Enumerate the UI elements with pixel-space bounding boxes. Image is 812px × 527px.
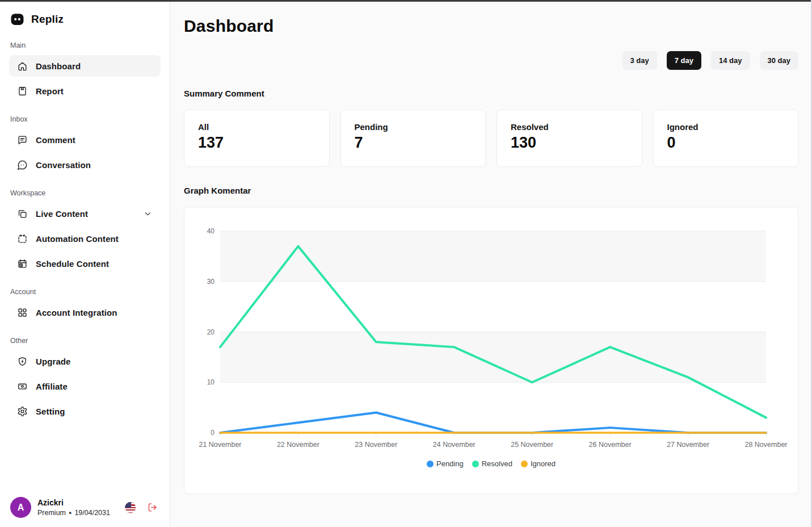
sidebar-item-label: Setting bbox=[36, 407, 65, 416]
user-profile[interactable]: A Azickri Premium • 19/04/2031 bbox=[9, 497, 161, 518]
app-window: Repliz MainDashboardReportInboxCommentCo… bbox=[0, 2, 812, 527]
sidebar-item-label: Schedule Content bbox=[36, 259, 109, 269]
sidebar-section-label-workspace: Workspace bbox=[10, 189, 161, 197]
svg-text:26 November: 26 November bbox=[588, 441, 631, 449]
legend-label: Ignored bbox=[531, 459, 556, 468]
summary-card-pending: Pending7 bbox=[340, 110, 486, 167]
legend-item-ignored[interactable]: Ignored bbox=[521, 459, 556, 468]
svg-text:25 November: 25 November bbox=[511, 441, 553, 449]
sidebar-item-report[interactable]: Report bbox=[9, 80, 161, 102]
svg-text:27 November: 27 November bbox=[667, 441, 709, 449]
logout-icon[interactable] bbox=[148, 503, 157, 512]
svg-text:22 November: 22 November bbox=[276, 441, 319, 449]
card-label: All bbox=[198, 122, 315, 132]
chart-legend: PendingResolvedIgnored bbox=[190, 459, 792, 468]
svg-text:0: 0 bbox=[211, 429, 214, 437]
range-filter-group: 3 day7 day14 day30 day bbox=[184, 51, 798, 70]
setting-icon bbox=[17, 406, 28, 417]
chart-card: 01020304021 November22 November23 Novemb… bbox=[184, 207, 798, 494]
sidebar-section-label-inbox: Inbox bbox=[10, 115, 161, 123]
brand: Repliz bbox=[9, 12, 161, 26]
summary-card-all: All137 bbox=[184, 110, 330, 167]
card-label: Pending bbox=[355, 122, 472, 132]
card-value: 130 bbox=[511, 134, 628, 152]
sidebar-item-live-content[interactable]: Live Content bbox=[9, 203, 161, 224]
range-filter-7-day[interactable]: 7 day bbox=[667, 51, 701, 70]
sidebar-item-automation-content[interactable]: Automation Content bbox=[9, 228, 161, 249]
range-filter-30-day[interactable]: 30 day bbox=[760, 51, 798, 70]
sidebar-nav: MainDashboardReportInboxCommentConversat… bbox=[9, 26, 161, 497]
main-content: Dashboard 3 day7 day14 day30 day Summary… bbox=[170, 2, 812, 527]
legend-label: Pending bbox=[436, 459, 464, 468]
card-value: 7 bbox=[355, 134, 472, 152]
user-meta: Azickri Premium • 19/04/2031 bbox=[37, 498, 125, 517]
sidebar-item-label: Automation Content bbox=[36, 234, 119, 244]
svg-text:28 November: 28 November bbox=[744, 441, 787, 449]
account-integration-icon bbox=[17, 307, 28, 318]
sidebar-item-affiliate[interactable]: Affiliate bbox=[9, 375, 161, 397]
sidebar-item-account-integration[interactable]: Account Integration bbox=[9, 302, 161, 323]
sidebar-item-setting[interactable]: Setting bbox=[9, 400, 161, 422]
svg-text:30: 30 bbox=[207, 278, 214, 286]
brand-name: Repliz bbox=[31, 13, 64, 26]
report-icon bbox=[17, 86, 28, 97]
home-icon bbox=[17, 61, 28, 72]
legend-item-pending[interactable]: Pending bbox=[427, 459, 464, 468]
summary-card-ignored: Ignored0 bbox=[653, 110, 799, 167]
svg-text:23 November: 23 November bbox=[355, 441, 397, 449]
comment-icon bbox=[17, 135, 28, 145]
schedule-content-icon bbox=[17, 258, 28, 269]
conversation-icon bbox=[17, 160, 28, 170]
legend-marker-ignored bbox=[521, 461, 528, 467]
sidebar-item-label: Report bbox=[36, 86, 64, 96]
summary-card-resolved: Resolved130 bbox=[497, 110, 642, 167]
card-label: Resolved bbox=[511, 122, 628, 132]
sidebar-item-dashboard[interactable]: Dashboard bbox=[9, 55, 161, 77]
legend-item-resolved[interactable]: Resolved bbox=[472, 459, 512, 468]
sidebar-item-conversation[interactable]: Conversation bbox=[9, 154, 161, 175]
card-value: 137 bbox=[198, 134, 315, 152]
range-filter-3-day[interactable]: 3 day bbox=[622, 51, 657, 70]
sidebar-item-label: Comment bbox=[36, 135, 75, 145]
legend-label: Resolved bbox=[482, 459, 512, 468]
user-name: Azickri bbox=[37, 498, 125, 507]
svg-text:10: 10 bbox=[207, 378, 214, 386]
chevron-down-icon[interactable] bbox=[143, 209, 153, 219]
live-content-icon bbox=[17, 208, 28, 219]
sidebar-item-schedule-content[interactable]: Schedule Content bbox=[9, 253, 161, 274]
sidebar-item-label: Affiliate bbox=[36, 382, 68, 391]
avatar: A bbox=[10, 497, 31, 518]
sidebar-item-comment[interactable]: Comment bbox=[9, 129, 161, 150]
affiliate-icon bbox=[17, 381, 28, 392]
card-value: 0 bbox=[667, 134, 785, 152]
automation-content-icon bbox=[17, 233, 28, 244]
summary-section-title: Summary Comment bbox=[184, 89, 798, 98]
card-label: Ignored bbox=[667, 122, 785, 132]
sidebar-section-label-other: Other bbox=[10, 337, 161, 345]
user-plan-expiry: Premium • 19/04/2031 bbox=[37, 509, 125, 517]
sidebar-section-label-main: Main bbox=[10, 41, 161, 49]
upgrade-icon bbox=[17, 356, 28, 367]
svg-text:20: 20 bbox=[207, 328, 214, 336]
sidebar-item-label: Upgrade bbox=[36, 357, 71, 366]
page-title: Dashboard bbox=[184, 16, 798, 36]
separator-dot: • bbox=[69, 509, 71, 517]
svg-text:40: 40 bbox=[207, 227, 214, 235]
sidebar-item-label: Account Integration bbox=[36, 308, 117, 317]
sidebar-item-label: Dashboard bbox=[36, 61, 81, 71]
legend-marker-pending bbox=[427, 461, 434, 467]
sidebar-section-label-account: Account bbox=[10, 288, 161, 296]
legend-marker-resolved bbox=[472, 461, 479, 467]
sidebar-item-label: Live Content bbox=[36, 209, 88, 219]
user-expiry-date: 19/04/2031 bbox=[74, 509, 110, 517]
repliz-logo-icon bbox=[10, 12, 26, 26]
sidebar-item-upgrade[interactable]: Upgrade bbox=[9, 350, 161, 372]
sidebar-item-label: Conversation bbox=[36, 160, 91, 170]
comment-line-chart: 01020304021 November22 November23 Novemb… bbox=[191, 222, 792, 455]
summary-cards: All137Pending7Resolved130Ignored0 bbox=[184, 110, 798, 167]
range-filter-14-day[interactable]: 14 day bbox=[711, 51, 750, 70]
user-plan: Premium bbox=[37, 509, 66, 517]
svg-text:24 November: 24 November bbox=[432, 441, 475, 449]
language-flag-icon[interactable] bbox=[125, 502, 136, 513]
sidebar: Repliz MainDashboardReportInboxCommentCo… bbox=[0, 2, 170, 527]
